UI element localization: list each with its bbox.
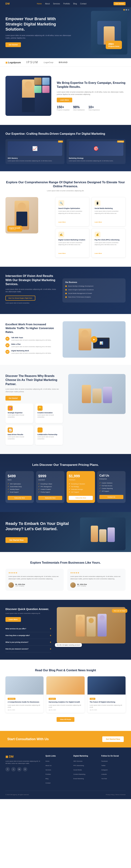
content-learn-more[interactable]: Learn More bbox=[58, 252, 66, 254]
nav-contact[interactable]: Contact bbox=[80, 3, 87, 5]
service-content: ✍️ Digital Content Marketing Creation Lo… bbox=[55, 228, 89, 258]
footer-link-social[interactable]: Social Media bbox=[73, 769, 82, 771]
consultation-banner: Start Consultation With Us Get Started N… bbox=[0, 731, 131, 747]
vision-cta-button[interactable]: Start Our Brand Engine Right Here bbox=[5, 296, 35, 301]
journey-content: Ready To Embark On Your Digital Journey?… bbox=[5, 521, 71, 543]
traffic-content: Excellent Work From Increased Website Tr… bbox=[5, 322, 57, 356]
accordion-header-1[interactable]: What services do you offer? + bbox=[5, 627, 51, 630]
vision-section: Intersection Of Vision And Results With … bbox=[0, 267, 131, 314]
standard-name: Standard bbox=[38, 479, 62, 481]
faq-chat-bubble: How can we help? bbox=[112, 609, 127, 613]
about-cta-button[interactable]: Learn More bbox=[57, 98, 72, 102]
standard-subscribe-button[interactable]: Subscribe Now bbox=[38, 496, 62, 500]
step-2-content: Make a Plan Lorem ipsum dolor sit amet c… bbox=[11, 343, 51, 348]
services-heading: Explore Our Comprehensive Range Of Digit… bbox=[5, 180, 126, 188]
faq-learn-more-button[interactable]: Learn More bbox=[5, 617, 21, 622]
seo-title: Search Engine Optimization bbox=[58, 208, 86, 209]
logo-3: LogoCorp bbox=[44, 61, 53, 63]
reviewer-1-role: CEO, Company bbox=[15, 585, 25, 587]
footer-link-home[interactable]: Home bbox=[45, 761, 49, 762]
blog-title-1: A Comprehensive Guide For Businesses bbox=[8, 701, 41, 703]
enterprise-contact-button[interactable]: Contact Us bbox=[99, 495, 123, 499]
footer-col-digital: Digital Marketing SEO Services PPC Adver… bbox=[73, 755, 98, 785]
footer-link-services[interactable]: Services bbox=[45, 769, 51, 771]
footer: ▣ DM Lorem ipsum dolor sit amet consecte… bbox=[0, 747, 131, 799]
journey-image bbox=[80, 518, 126, 550]
play-button[interactable]: ▶ bbox=[91, 336, 97, 343]
traffic-image-area: 📊 ▶ bbox=[63, 321, 126, 358]
instagram-icon[interactable]: in bbox=[17, 767, 22, 771]
vision-text: Lorem ipsum dolor sit amet consectetur a… bbox=[5, 288, 57, 293]
footer-logo: ▣ DM bbox=[5, 755, 42, 758]
footer-copyright: © 2024 DM Agency. All rights reserved. bbox=[5, 794, 29, 796]
premium-f2: Full Strategy bbox=[69, 486, 93, 488]
facebook-icon[interactable]: f bbox=[5, 767, 10, 771]
nav-home[interactable]: Home bbox=[37, 3, 42, 5]
footer-link-seo[interactable]: SEO Services bbox=[73, 761, 83, 762]
get-started-button[interactable]: Get Started bbox=[113, 2, 126, 5]
expertise-card-1: 📈 SEO SEO Mastery Lorem ipsum dolor sit … bbox=[5, 139, 64, 164]
vision-item-3-text: Social Media Management & Growth bbox=[68, 292, 92, 294]
header-logo: DM bbox=[5, 2, 10, 5]
blog-date-3: Jan 25, 2024 bbox=[90, 709, 123, 711]
faq-section: Discover Quick Question Answer. Lorem ip… bbox=[0, 600, 131, 660]
consultation-button[interactable]: Get Started Now bbox=[102, 736, 124, 742]
step-3: 03 Digital Marketing Work Lorem ipsum do… bbox=[5, 350, 57, 354]
blog-desc-1: Lorem ipsum dolor sit amet consectetur a… bbox=[8, 704, 41, 708]
feature-strategic: 🎯 Strategic Expertise Lorem ipsum dolor … bbox=[5, 403, 33, 423]
vision-item-3: Social Media Management & Growth bbox=[65, 292, 123, 294]
ppc-title: Pay-Per-Click (PPC) Advertising bbox=[95, 239, 123, 241]
vision-business-card: Our Business Brand Identity & Strategy D… bbox=[62, 278, 126, 303]
journey-cta-button[interactable]: Get Started Now bbox=[5, 537, 28, 543]
footer-link-ig[interactable]: Instagram bbox=[101, 769, 108, 771]
footer-link-content[interactable]: Content Marketing bbox=[73, 773, 85, 775]
basic-price: $499 bbox=[8, 474, 32, 478]
basic-subscribe-button[interactable]: Subscribe Now bbox=[8, 496, 32, 500]
vision-item-2: Search Engine Optimization Excellence bbox=[65, 289, 123, 291]
footer-link-blog[interactable]: Blog bbox=[45, 778, 48, 779]
vision-content: Intersection Of Vision And Results With … bbox=[5, 274, 57, 307]
testimonial-1-stars: ★★★★★ bbox=[8, 571, 61, 574]
ppc-learn-more[interactable]: Learn More bbox=[95, 252, 102, 254]
feature-strategic-desc: Lorem ipsum dolor sit amet consectetur. bbox=[8, 414, 31, 418]
accordion-header-3[interactable]: What is your pricing structure? + bbox=[5, 641, 51, 644]
footer-link-ppc[interactable]: PPC Advertising bbox=[73, 765, 84, 766]
footer-link-fb[interactable]: Facebook bbox=[101, 761, 108, 762]
footer-links-legal: Privacy Policy | Terms of Service bbox=[106, 794, 126, 796]
footer-link-contact[interactable]: Contact bbox=[45, 782, 51, 784]
footer-link-yt[interactable]: YouTube bbox=[101, 778, 107, 779]
step-3-content: Digital Marketing Work Lorem ipsum dolor… bbox=[11, 350, 51, 354]
blog-image-3 bbox=[88, 676, 126, 694]
seo-learn-more[interactable]: Learn More bbox=[58, 221, 66, 223]
blog-body-1: Marketing A Comprehensive Guide For Busi… bbox=[5, 694, 43, 713]
blog-view-all-button[interactable]: View All Posts bbox=[57, 717, 74, 722]
expertise-card-1-image: 📈 bbox=[8, 141, 62, 156]
nav-services[interactable]: Services bbox=[53, 3, 60, 5]
nav-blog[interactable]: Blog bbox=[73, 3, 77, 5]
social-learn-more[interactable]: Learn More bbox=[95, 221, 102, 223]
footer-link-tw[interactable]: Twitter bbox=[101, 765, 106, 766]
vision-item-4: Data-Driven Performance Analytics bbox=[65, 296, 123, 298]
feature-collab-title: Collaborative Partnership bbox=[37, 434, 61, 435]
nav-about[interactable]: About bbox=[45, 3, 50, 5]
nav-portfolio[interactable]: Portfolio bbox=[63, 3, 70, 5]
traffic-image: 📊 ▶ bbox=[63, 321, 126, 358]
premium-subscribe-button[interactable]: Subscribe Now bbox=[69, 496, 93, 500]
footer-quick-links: Home About Us Services Portfolio Blog Co… bbox=[45, 759, 70, 784]
why-heading: Discover The Reasons Why Brands Choose U… bbox=[5, 374, 63, 386]
hero-cta-button[interactable]: Get Started bbox=[5, 42, 21, 47]
twitter-icon[interactable]: t bbox=[11, 767, 15, 771]
why-cta-button[interactable]: Get Started bbox=[5, 396, 21, 401]
accordion-header-2[interactable]: How long does a campaign take? + bbox=[5, 634, 51, 637]
footer-link-li[interactable]: LinkedIn bbox=[101, 773, 107, 775]
stat-satisfaction-num: 98% bbox=[73, 105, 85, 109]
footer-link-portfolio[interactable]: Portfolio bbox=[45, 773, 51, 775]
blog-body-3: Digital The Future Of Digital Advertisin… bbox=[88, 694, 126, 713]
footer-link-email[interactable]: Email Marketing bbox=[73, 778, 84, 779]
logo-2: IPSUM bbox=[26, 61, 38, 64]
feature-creative-desc: Lorem ipsum dolor sit amet consectetur. bbox=[37, 414, 61, 418]
footer-link-about[interactable]: About Us bbox=[45, 765, 52, 766]
step-1-num: 01 bbox=[5, 337, 9, 341]
linkedin-icon[interactable]: li bbox=[23, 767, 27, 771]
accordion-header-4[interactable]: How do you measure success? + bbox=[5, 647, 51, 650]
